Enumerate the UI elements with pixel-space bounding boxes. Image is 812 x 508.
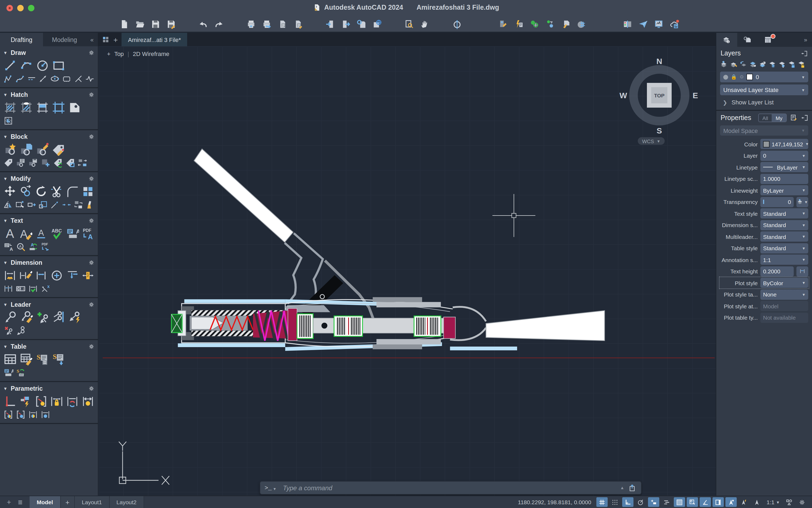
filter-all[interactable]: All [759, 114, 772, 122]
tool-boundary[interactable] [52, 101, 65, 115]
section-header-table[interactable]: ▼Table [3, 342, 95, 351]
toggle-osnap[interactable] [648, 497, 660, 507]
tool-table-a[interactable]: A [3, 368, 13, 378]
tool-block-replace[interactable] [78, 158, 88, 168]
tool-leader-add[interactable] [36, 310, 49, 325]
point-style-icon[interactable] [545, 19, 555, 29]
share-icon[interactable] [638, 19, 648, 29]
viewcube-west[interactable]: W [619, 91, 627, 100]
plot-edit-icon[interactable] [293, 19, 303, 29]
viewcube[interactable]: N S W E TOP WCS ▼ [622, 57, 697, 133]
filter-my[interactable]: My [772, 114, 786, 122]
viewcube-south[interactable]: S [657, 126, 662, 135]
tab-layout2[interactable]: Layout2 [109, 496, 144, 508]
gear-icon[interactable] [88, 259, 95, 266]
tool-trim[interactable] [50, 184, 63, 199]
layer-style-icon[interactable] [730, 60, 738, 68]
tool-param-bulb-blue[interactable] [40, 410, 51, 420]
property-value-dropdown[interactable]: 147,149,152▼ [760, 139, 808, 149]
tool-leader-collect[interactable] [15, 326, 26, 336]
tab-overview-icon[interactable] [102, 36, 110, 44]
tool-block-list[interactable] [15, 158, 26, 168]
tool-param-bulb-half-br[interactable] [3, 410, 13, 420]
section-header-dimension[interactable]: ▼Dimension [3, 258, 95, 267]
wcs-menu[interactable]: WCS ▼ [638, 137, 665, 145]
tool-tool-tag[interactable] [68, 101, 82, 115]
tool-break[interactable] [74, 74, 83, 84]
layer-isolate-icon[interactable] [720, 60, 728, 68]
add-layout-icon[interactable]: ＋ [5, 497, 12, 507]
tool-text-align[interactable]: A [3, 242, 13, 252]
tool-dim-linear[interactable] [35, 268, 48, 283]
transparency-slider[interactable]: 0 [760, 197, 794, 207]
tool-param-bulb-br[interactable] [35, 394, 48, 409]
layer-down-icon[interactable] [749, 60, 757, 68]
tool-dim-ruler[interactable] [81, 268, 95, 283]
gear-icon[interactable] [88, 301, 95, 308]
tool-array[interactable] [81, 184, 95, 199]
zoom-window-icon[interactable] [404, 19, 414, 29]
tool-arc[interactable] [19, 59, 33, 73]
toggle-polar[interactable] [635, 497, 647, 507]
tool-hatch-edit[interactable] [19, 101, 33, 115]
cloud-update-icon[interactable] [669, 19, 679, 29]
pan-icon[interactable] [420, 19, 430, 29]
section-header-modify[interactable]: ▼Modify [3, 174, 95, 183]
tool-block-insert[interactable] [3, 142, 17, 157]
tool-table-export[interactable]: S [52, 352, 65, 367]
tool-mirror[interactable] [3, 200, 13, 210]
panel-collapse-button[interactable]: « [86, 33, 98, 46]
property-value-dropdown[interactable]: 1:1▼ [760, 255, 808, 265]
tool-fillet[interactable] [65, 184, 79, 199]
property-value-dropdown[interactable]: None▼ [760, 289, 808, 299]
tab-modeling[interactable]: Modeling [43, 33, 86, 46]
tool-leader-remove[interactable] [3, 326, 13, 336]
tool-table-style[interactable] [19, 352, 33, 367]
gear-icon[interactable] [88, 385, 95, 392]
tool-copy[interactable] [19, 184, 32, 199]
gear-icon[interactable] [88, 217, 95, 224]
toggle-annotation-visibility[interactable] [726, 497, 737, 507]
tool-select-add[interactable] [15, 200, 25, 210]
tab-model[interactable]: Model [30, 496, 60, 508]
tool-table[interactable] [3, 352, 17, 367]
tool-param-lock[interactable] [50, 394, 63, 409]
tool-param-bulb-blue-br[interactable] [15, 410, 26, 420]
quick-select-icon[interactable] [514, 19, 524, 29]
tool-tag-sync[interactable] [53, 158, 63, 168]
properties-filter[interactable]: All My [758, 114, 787, 122]
tab-references[interactable] [737, 33, 758, 47]
tool-param-flag[interactable] [19, 394, 32, 409]
print-export-icon[interactable] [262, 19, 272, 29]
toggle-snap[interactable] [610, 497, 621, 507]
viewcube-top-face[interactable]: TOP [647, 83, 672, 108]
property-value-dropdown[interactable]: Standard▼ [760, 243, 808, 253]
customize-properties-icon[interactable] [790, 114, 798, 122]
toggle-selection-cycling[interactable] [661, 497, 672, 507]
section-header-leader[interactable]: ▼Leader [3, 300, 95, 309]
tool-join[interactable] [62, 200, 71, 210]
tool-swap[interactable] [74, 200, 83, 210]
property-value-dropdown[interactable]: ByLayer▼ [760, 162, 808, 172]
zoom-button[interactable] [28, 5, 35, 11]
toggle-angle[interactable] [700, 497, 711, 507]
tool-scale[interactable] [39, 200, 48, 210]
tool-region[interactable] [3, 116, 13, 126]
toggle-annotation[interactable] [752, 497, 763, 507]
tool-tag[interactable] [3, 158, 13, 168]
undo-icon[interactable] [198, 19, 208, 29]
file-new-icon[interactable] [120, 19, 129, 29]
tool-block-save[interactable] [28, 158, 38, 168]
property-value-input[interactable]: 1.0000 [760, 174, 808, 184]
toggle-grid[interactable] [596, 497, 608, 507]
tool-text-edit[interactable]: A [19, 226, 32, 241]
file-open-icon[interactable] [135, 19, 145, 29]
viewcube-east[interactable]: E [692, 91, 698, 100]
tool-dim-style[interactable] [19, 268, 32, 283]
tab-layers[interactable] [716, 33, 737, 47]
tool-move[interactable] [3, 184, 17, 199]
tool-extend[interactable] [50, 200, 60, 210]
tool-attr-edit[interactable] [52, 142, 65, 157]
tool-dim-tolerance[interactable]: .1 [15, 284, 26, 294]
command-share-icon[interactable] [629, 484, 637, 492]
